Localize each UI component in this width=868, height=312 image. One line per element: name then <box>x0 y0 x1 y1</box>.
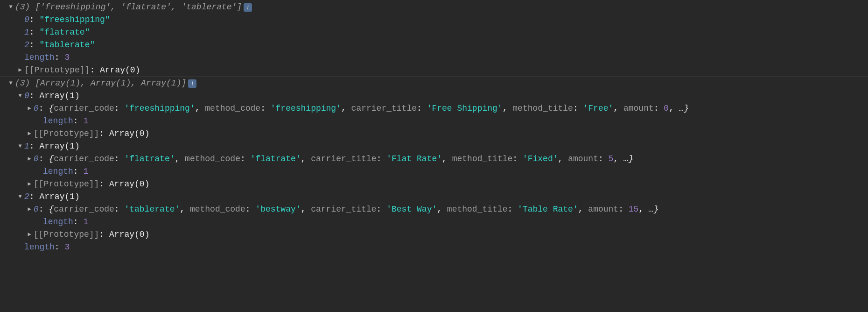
array-value: "flatrate" <box>39 26 90 39</box>
length-value: 1 <box>83 216 88 228</box>
array-value: "freeshipping" <box>39 14 110 26</box>
array-group-header[interactable]: ▼0: Array(1) <box>0 90 868 102</box>
chevron-down-icon[interactable]: ▼ <box>17 191 23 203</box>
info-icon[interactable]: i <box>244 3 252 12</box>
array-index: 0 <box>24 14 29 26</box>
array-index: 2 <box>24 39 29 51</box>
prototype-row[interactable]: ▶[[Prototype]]: Array(0) <box>0 128 868 140</box>
length-row: ▶ length: 3 <box>0 241 868 254</box>
info-icon[interactable]: i <box>188 79 196 88</box>
object-preview[interactable]: ▶0: {carrier_code: 'freeshipping', metho… <box>0 102 868 115</box>
prototype-row[interactable]: ▶[[Prototype]]: Array(0) <box>0 178 868 191</box>
object-index: 0 <box>34 203 39 216</box>
array-type: Array(1) <box>39 90 79 102</box>
array-index: 2 <box>24 191 29 203</box>
chevron-right-icon[interactable]: ▶ <box>17 64 23 77</box>
length-row: ▶length: 1 <box>0 165 868 178</box>
prototype-label: [[Prototype]] <box>34 228 99 241</box>
chevron-down-icon[interactable]: ▼ <box>17 140 23 153</box>
length-row: ▶ length: 3 <box>0 51 868 64</box>
object-preview[interactable]: ▶0: {carrier_code: 'tablerate', method_c… <box>0 203 868 216</box>
array-item: ▶1: "flatrate" <box>0 26 868 39</box>
array-type: Array(1) <box>39 191 79 203</box>
log-entry-2-summary[interactable]: ▼ (3) [Array(1), Array(1), Array(1)] i <box>0 77 868 90</box>
array-index: 0 <box>24 90 29 102</box>
log-entry-1-summary[interactable]: ▼ (3) ['freeshipping', 'flatrate', 'tabl… <box>0 1 868 14</box>
prototype-row[interactable]: ▶[[Prototype]]: Array(0) <box>0 228 868 241</box>
prototype-row[interactable]: ▶ [[Prototype]]: Array(0) <box>0 64 868 77</box>
length-label: length <box>24 51 55 64</box>
object-index: 0 <box>34 153 39 165</box>
chevron-right-icon[interactable]: ▶ <box>26 203 33 216</box>
chevron-right-icon[interactable]: ▶ <box>26 228 33 241</box>
prototype-value: Array(0) <box>100 64 140 77</box>
length-value: 1 <box>83 115 88 128</box>
chevron-down-icon[interactable]: ▼ <box>7 1 14 14</box>
devtools-console: ▼ (3) ['freeshipping', 'flatrate', 'tabl… <box>0 0 868 312</box>
object-index: 0 <box>34 102 39 115</box>
prototype-label: [[Prototype]] <box>24 64 90 77</box>
length-label: length <box>43 165 73 178</box>
chevron-down-icon[interactable]: ▼ <box>17 90 23 102</box>
chevron-right-icon[interactable]: ▶ <box>26 102 33 115</box>
chevron-right-icon[interactable]: ▶ <box>26 153 33 165</box>
length-value: 3 <box>64 241 70 254</box>
object-preview[interactable]: ▶0: {carrier_code: 'flatrate', method_co… <box>0 153 868 165</box>
prototype-label: [[Prototype]] <box>34 128 99 140</box>
length-label: length <box>24 241 55 254</box>
prototype-label: [[Prototype]] <box>34 178 99 191</box>
length-row: ▶length: 1 <box>0 115 868 128</box>
chevron-right-icon[interactable]: ▶ <box>26 178 33 191</box>
array-index: 1 <box>24 140 29 153</box>
array-type: Array(1) <box>39 140 79 153</box>
length-label: length <box>43 115 73 128</box>
array-group-header[interactable]: ▼1: Array(1) <box>0 140 868 153</box>
array-summary: (3) [Array(1), Array(1), Array(1)] <box>15 77 186 90</box>
array-index: 1 <box>24 26 29 39</box>
array-summary: (3) ['freeshipping', 'flatrate', 'tabler… <box>15 1 242 14</box>
prototype-value: Array(0) <box>109 228 149 241</box>
prototype-value: Array(0) <box>109 128 149 140</box>
length-label: length <box>43 216 73 228</box>
length-value: 1 <box>83 165 88 178</box>
array-item: ▶0: "freeshipping" <box>0 14 868 26</box>
array-group-header[interactable]: ▼2: Array(1) <box>0 191 868 203</box>
length-value: 3 <box>64 51 70 64</box>
array-item: ▶2: "tablerate" <box>0 39 868 51</box>
chevron-right-icon[interactable]: ▶ <box>26 128 33 140</box>
prototype-value: Array(0) <box>109 178 149 191</box>
array-value: "tablerate" <box>39 39 95 51</box>
length-row: ▶length: 1 <box>0 216 868 228</box>
chevron-down-icon[interactable]: ▼ <box>7 77 14 90</box>
